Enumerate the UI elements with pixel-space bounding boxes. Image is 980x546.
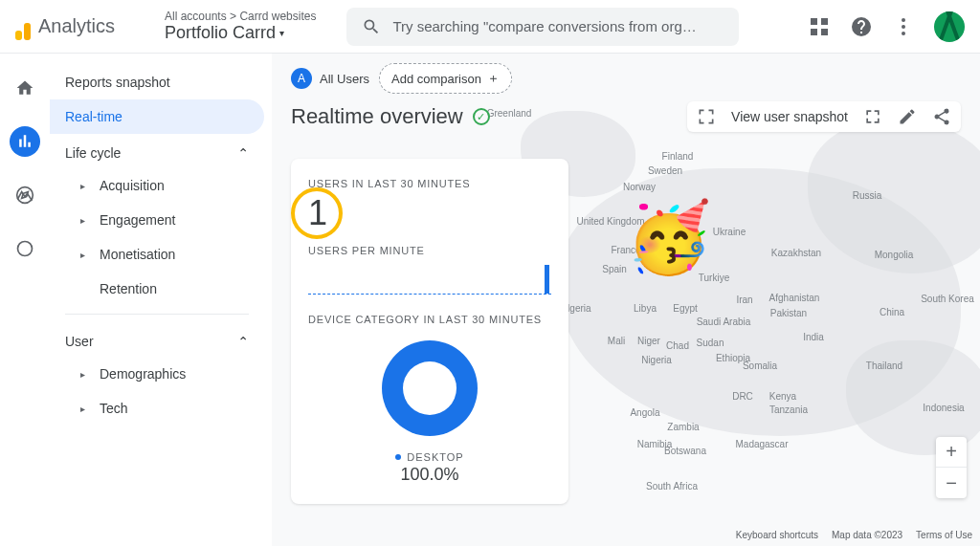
users-last-30-label: USERS IN LAST 30 MINUTES xyxy=(308,178,551,189)
users-last-30-value: 1 xyxy=(308,193,327,233)
analytics-logo-icon xyxy=(15,13,31,40)
terms-link[interactable]: Terms of Use xyxy=(916,530,972,540)
map-label: Sweden xyxy=(648,165,682,176)
help-icon[interactable] xyxy=(850,15,873,38)
svg-rect-0 xyxy=(811,18,817,25)
spark-bar xyxy=(545,265,549,294)
avatar[interactable] xyxy=(934,11,965,42)
map-label: Nigeria xyxy=(641,355,672,365)
realtime-stats-card: USERS IN LAST 30 MINUTES 1 USERS PER MIN… xyxy=(291,159,568,504)
rail-home[interactable] xyxy=(10,73,40,103)
map-label: Norway xyxy=(623,182,656,192)
share-icon[interactable] xyxy=(932,107,951,126)
nav-section-user[interactable]: User ⌄ xyxy=(50,322,264,357)
map-label: Saudi Arabia xyxy=(697,317,751,327)
more-vert-icon[interactable] xyxy=(892,15,915,38)
map-label: Botswana xyxy=(664,446,706,456)
map-label: Afghanistan xyxy=(769,293,820,303)
rail-explore[interactable] xyxy=(10,180,40,210)
property-name: Portfolio Carrd ▾ xyxy=(165,23,316,43)
rail-advertising[interactable] xyxy=(10,233,40,264)
legend-name: DESKTOP xyxy=(407,451,463,463)
map-label: South Africa xyxy=(646,481,698,491)
nav-acquisition[interactable]: ▸Acquisition xyxy=(50,168,264,203)
caret-right-icon: ▸ xyxy=(80,369,90,380)
segment-controls: A All Users Add comparison ＋ xyxy=(291,63,512,94)
nav-engagement[interactable]: ▸Engagement xyxy=(50,203,264,237)
map-label: Niger xyxy=(637,336,660,346)
map-label: Kenya xyxy=(769,391,796,402)
map-label: Kazakhstan xyxy=(771,248,821,258)
zoom-in-button[interactable]: + xyxy=(936,437,967,468)
property-selector[interactable]: All accounts > Carrd websites Portfolio … xyxy=(165,10,316,43)
map-label: Mali xyxy=(608,336,625,346)
search-input[interactable]: Try searching "compare conversions from … xyxy=(346,8,739,46)
segment-label: All Users xyxy=(320,72,369,86)
caret-right-icon: ▸ xyxy=(80,404,90,414)
nav-monetisation[interactable]: ▸Monetisation xyxy=(50,237,264,272)
nav-reports-snapshot[interactable]: Reports snapshot xyxy=(50,65,264,99)
map-label: China xyxy=(880,307,904,317)
map-label: Pakistan xyxy=(770,308,807,318)
map-label: Angola xyxy=(630,407,659,418)
svg-rect-2 xyxy=(811,29,817,35)
edit-icon[interactable] xyxy=(898,107,917,126)
focus-icon[interactable] xyxy=(697,107,716,126)
device-donut-chart xyxy=(382,340,478,436)
map-label: Spain xyxy=(602,264,627,274)
svg-point-4 xyxy=(902,18,905,22)
nav-rail xyxy=(0,54,50,546)
account-path: All accounts > Carrd websites xyxy=(165,10,316,23)
search-placeholder: Try searching "compare conversions from … xyxy=(392,18,696,34)
caret-right-icon: ▸ xyxy=(80,215,90,226)
device-legend: DESKTOP 100.0% xyxy=(308,451,551,485)
nav-realtime[interactable]: Real-time xyxy=(50,99,264,134)
check-circle-icon: ✓ xyxy=(473,108,490,125)
title-actions: View user snapshot xyxy=(687,101,961,132)
nav-demographics[interactable]: ▸Demographics xyxy=(50,357,264,391)
header-actions xyxy=(808,11,965,42)
map-zoom-controls: + − xyxy=(936,437,967,498)
chevron-up-icon: ⌄ xyxy=(237,334,249,349)
logo[interactable]: Analytics xyxy=(15,13,149,40)
legend-percentage: 100.0% xyxy=(400,465,458,485)
segment-all-users[interactable]: A All Users xyxy=(291,68,369,89)
map-label: Ukraine xyxy=(713,227,746,237)
map-label: Mongolia xyxy=(875,250,914,260)
rail-reports[interactable] xyxy=(10,126,40,157)
svg-point-5 xyxy=(902,25,905,29)
svg-rect-1 xyxy=(821,18,828,25)
map-label: Thailand xyxy=(866,360,902,371)
view-user-snapshot-button[interactable]: View user snapshot xyxy=(731,109,848,124)
segment-badge: A xyxy=(291,68,312,89)
apps-icon[interactable] xyxy=(808,15,831,38)
chevron-down-icon: ▾ xyxy=(279,28,284,38)
map-label: India xyxy=(803,332,824,342)
add-comparison-button[interactable]: Add comparison ＋ xyxy=(379,63,512,94)
users-per-minute-chart xyxy=(308,260,551,295)
map-data-label: Map data ©2023 xyxy=(832,530,902,540)
zoom-out-button[interactable]: − xyxy=(936,468,967,498)
map-label: South Korea xyxy=(921,294,974,304)
keyboard-shortcuts-link[interactable]: Keyboard shortcuts xyxy=(736,530,818,540)
divider xyxy=(65,314,249,315)
nav-section-lifecycle[interactable]: Life cycle ⌄ xyxy=(50,134,264,168)
party-emoji-annotation: 🥳 xyxy=(626,197,712,278)
legend-dot-icon xyxy=(395,454,401,460)
map-label: Finland xyxy=(662,151,694,162)
search-icon xyxy=(362,17,381,36)
map-label: Iran xyxy=(736,295,752,305)
svg-rect-3 xyxy=(821,29,828,35)
plus-icon: ＋ xyxy=(487,70,500,87)
nav-retention[interactable]: Retention xyxy=(50,272,264,306)
highlight-circle-annotation xyxy=(291,187,343,239)
svg-point-7 xyxy=(18,242,33,256)
app-header: Analytics All accounts > Carrd websites … xyxy=(0,0,980,54)
map-label: Egypt xyxy=(673,303,698,314)
map-label: Sudan xyxy=(697,338,724,348)
fullscreen-icon[interactable] xyxy=(863,107,882,126)
device-category-label: DEVICE CATEGORY IN LAST 30 MINUTES xyxy=(308,314,551,325)
map-label: Indonesia xyxy=(923,403,964,413)
map-label: Chad xyxy=(666,340,689,351)
nav-tech[interactable]: ▸Tech xyxy=(50,391,264,426)
